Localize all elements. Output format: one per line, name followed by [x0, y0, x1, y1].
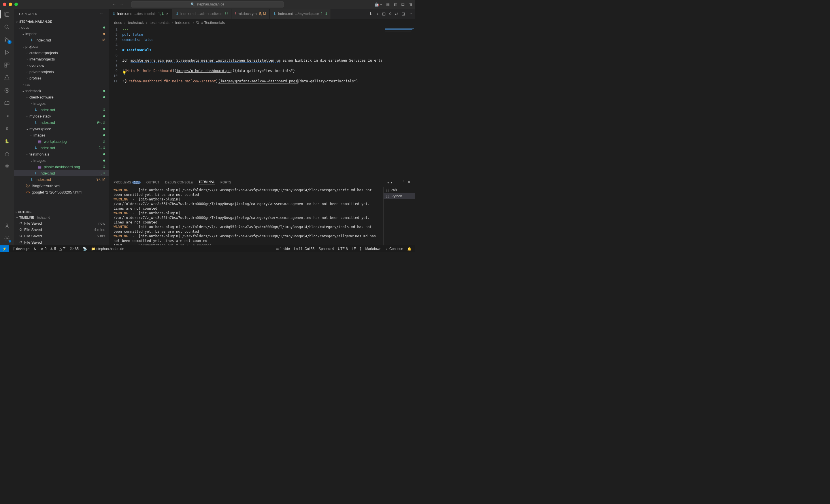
explorer-more-icon[interactable]: ⋯ — [100, 12, 104, 15]
folder-item[interactable]: ⌄docs — [14, 24, 109, 31]
split-editor-icon[interactable]: ◫ — [382, 11, 386, 16]
continue-status[interactable]: ✓ Continue — [385, 247, 403, 251]
maximize-icon[interactable] — [14, 3, 18, 6]
eol[interactable]: LF — [352, 247, 356, 251]
folder-item[interactable]: ›profiles — [14, 75, 109, 81]
editor-tab[interactable]: !mkdocs.yml5, M — [231, 9, 270, 19]
cursor-position[interactable]: Ln 11, Col 55 — [294, 247, 314, 251]
layout-panel-icon[interactable]: ⬓ — [401, 2, 405, 7]
file-item[interactable]: ⬇index.mdM — [14, 37, 109, 43]
editor-tab[interactable]: ⬇index.md.../testimonials1, U× — [109, 9, 172, 19]
more-actions-icon[interactable]: ⋯ — [408, 11, 412, 16]
remote-indicator[interactable]: ⚡ — [0, 245, 9, 252]
tab-output[interactable]: OUTPUT — [147, 180, 159, 184]
timeline-item[interactable]: File Savednow — [14, 220, 109, 226]
file-item[interactable]: ⬇index.md1, U — [14, 144, 109, 151]
open-changes-icon[interactable]: ◱ — [402, 11, 405, 16]
file-item[interactable]: ▦pihole-dashboard.pngU — [14, 164, 109, 170]
breadcrumb-item[interactable]: techstack — [128, 21, 144, 25]
folder-item[interactable]: ⌄projects — [14, 43, 109, 49]
run-debug-icon[interactable] — [3, 49, 10, 56]
accounts-icon[interactable] — [3, 222, 10, 229]
play-icon[interactable]: ▷ — [376, 11, 379, 16]
breadcrumb-item[interactable]: # Testimonials — [201, 21, 225, 25]
new-terminal-icon[interactable]: ＋ ▾ — [387, 180, 392, 184]
ansible-icon[interactable] — [3, 87, 10, 94]
timeline-item[interactable]: File Saved4 mins — [14, 226, 109, 233]
folder-item[interactable]: ⌄images — [14, 157, 109, 164]
workspace-folder[interactable]: 📁 stephan.hadan.de — [91, 247, 124, 251]
timeline-section[interactable]: ⌄TIMELINE index.md — [14, 214, 109, 220]
folder-item[interactable]: ›images — [14, 100, 109, 107]
breadcrumb-item[interactable]: index.md — [175, 21, 191, 25]
layout-customize-icon[interactable]: ▦ — [386, 2, 390, 7]
file-item[interactable]: ⓧBingSiteAuth.xml — [14, 182, 109, 189]
tab-ports[interactable]: PORTS — [220, 180, 231, 184]
timeline-item[interactable]: File Saved — [14, 239, 109, 245]
nav-back-icon[interactable]: ← — [113, 2, 116, 7]
testing-icon[interactable] — [3, 74, 10, 81]
terminal-tab[interactable]: ⬚zsh — [384, 187, 415, 193]
file-item[interactable]: ⬇index.md1, U — [14, 170, 109, 176]
close-tab-icon[interactable]: × — [166, 11, 168, 16]
minimap[interactable] — [383, 26, 415, 178]
extensions-icon[interactable] — [3, 62, 10, 69]
continue-icon[interactable]: ◯ — [3, 150, 10, 157]
folder-item[interactable]: ⌄myfoss-stack — [14, 113, 109, 119]
tab-problems[interactable]: PROBLEMS161 — [114, 180, 141, 184]
terminal-output[interactable]: WARNING - [git-authors-plugin] /var/fold… — [109, 187, 383, 245]
timeline-item[interactable]: File Saved5 hrs — [14, 233, 109, 239]
diff-icon[interactable]: ⇄ — [395, 11, 398, 16]
slides-count[interactable]: ▭ 1 slide — [276, 247, 290, 251]
folder-item[interactable]: ⌄client-software — [14, 94, 109, 100]
source-control-icon[interactable]: 9 — [3, 36, 10, 43]
terminal-more-icon[interactable]: ⋯ — [396, 180, 399, 184]
project-manager-icon[interactable] — [3, 100, 10, 107]
close-panel-icon[interactable]: ✕ — [408, 180, 410, 184]
folder-item[interactable]: ⌄myworkplace — [14, 126, 109, 132]
lightbulb-icon[interactable]: 💡 — [122, 71, 127, 75]
indentation[interactable]: Spaces: 4 — [318, 247, 334, 251]
breadcrumb-item[interactable]: docs — [114, 21, 122, 25]
minimize-icon[interactable] — [9, 3, 12, 6]
file-item[interactable]: <>googlef727264f56832057.html — [14, 189, 109, 195]
layout-sidebar-right-icon[interactable]: ◨ — [409, 2, 412, 7]
outline-section[interactable]: ›OUTLINE — [14, 209, 109, 214]
folder-item[interactable]: ⌄techstack — [14, 88, 109, 94]
layout-sidebar-left-icon[interactable]: ◧ — [394, 2, 397, 7]
folder-item[interactable]: ›internalprojects — [14, 56, 109, 62]
folder-item[interactable]: ⌄images — [14, 132, 109, 138]
encoding[interactable]: UTF-8 — [338, 247, 348, 251]
run-icon[interactable]: ⬇ — [369, 11, 372, 16]
explorer-icon[interactable] — [3, 11, 10, 18]
outline-panel-icon[interactable]: ⧉ — [3, 125, 10, 132]
file-item[interactable]: ▦workplace.jpgU — [14, 138, 109, 144]
file-item[interactable]: ⬇index.md9+, U — [14, 119, 109, 126]
nav-forward-icon[interactable]: → — [120, 2, 123, 7]
python-icon[interactable]: 🐍 — [3, 138, 10, 144]
notifications-icon[interactable]: 🔔 — [407, 247, 412, 251]
editor-tab[interactable]: ⬇index.md.../client-softwareU — [172, 9, 231, 19]
git-branch[interactable]: ᚴ develop* — [13, 247, 30, 251]
tab-terminal[interactable]: TERMINAL — [198, 180, 215, 185]
breadcrumb-item[interactable]: testimonials — [150, 21, 169, 25]
language-mode[interactable]: Markdown — [365, 247, 381, 251]
window-controls[interactable] — [3, 3, 18, 6]
file-item[interactable]: ⬇index.md9+, M — [14, 176, 109, 182]
command-center[interactable]: 🔍 stephan.hadan.de — [131, 1, 284, 7]
editor-content[interactable]: --- pdf: false comments: false --- # Tes… — [122, 26, 383, 178]
folder-item[interactable]: ⌄testimonials — [14, 151, 109, 157]
terminal-tab[interactable]: ⬚Python — [384, 193, 415, 199]
file-item[interactable]: ⬇index.mdU — [14, 107, 109, 113]
github-icon[interactable]: ⓖ — [3, 163, 10, 170]
workspace-header[interactable]: ⌄STEPHAN.HADAN.DE — [14, 19, 109, 24]
folder-item[interactable]: ›privateprojects — [14, 69, 109, 75]
folder-item[interactable]: ›customerprojects — [14, 49, 109, 56]
folder-item[interactable]: ›overview — [14, 62, 109, 69]
preview-icon[interactable]: ⎙ — [389, 11, 391, 16]
search-icon[interactable] — [3, 24, 10, 31]
errors-warnings[interactable]: ⊗ 0 ⚠ 5 △ 71 ⓘ 85 — [41, 246, 79, 251]
maximize-panel-icon[interactable]: ˄ — [403, 180, 404, 184]
prettier-icon[interactable]: ⟅ — [360, 247, 361, 251]
remote-explorer-icon[interactable]: ⇥ — [3, 112, 10, 119]
